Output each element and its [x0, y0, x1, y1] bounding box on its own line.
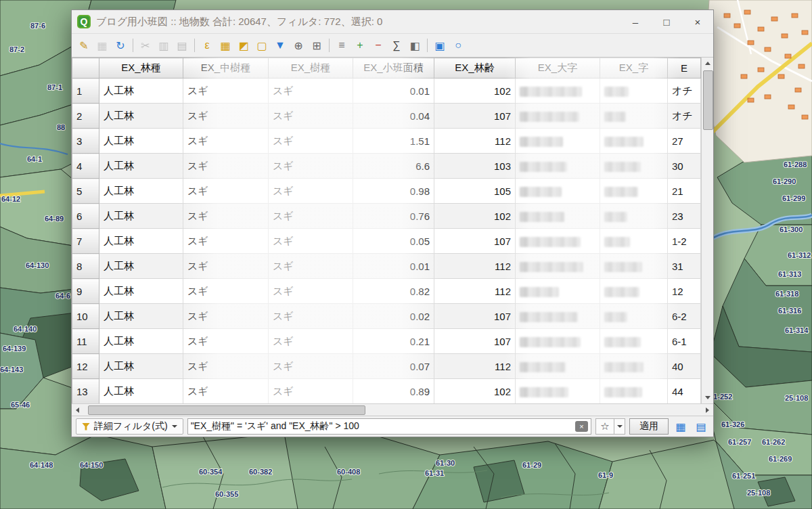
cell[interactable]: スギ — [183, 79, 269, 104]
cell[interactable] — [600, 79, 668, 104]
cell[interactable]: 21 — [668, 179, 701, 204]
cell[interactable] — [516, 229, 600, 254]
horizontal-scrollbar[interactable] — [72, 403, 713, 416]
cell[interactable]: 0.04 — [353, 104, 434, 129]
cell[interactable] — [516, 304, 600, 329]
scroll-down-icon[interactable] — [702, 392, 713, 403]
cell[interactable]: 107 — [434, 304, 516, 329]
cell[interactable]: スギ — [183, 254, 269, 279]
column-header-5[interactable]: EX_林齢 — [434, 58, 516, 79]
scroll-left-icon[interactable] — [72, 404, 83, 416]
row-number[interactable]: 2 — [72, 104, 99, 129]
row-number[interactable]: 5 — [72, 179, 99, 204]
cell[interactable]: スギ — [269, 329, 353, 354]
cell[interactable]: 人工林 — [99, 179, 183, 204]
cell[interactable]: 人工林 — [99, 304, 183, 329]
column-header-6[interactable]: EX_大字 — [516, 58, 600, 79]
cell[interactable]: スギ — [269, 129, 353, 154]
cell[interactable]: 0.05 — [353, 229, 434, 254]
cell[interactable]: スギ — [269, 254, 353, 279]
corner-header[interactable] — [72, 58, 99, 79]
row-number[interactable]: 4 — [72, 154, 99, 179]
cut-features-icon[interactable]: ✂ — [137, 37, 154, 53]
cell[interactable]: 112 — [434, 279, 516, 304]
cell[interactable] — [600, 379, 668, 404]
cell[interactable]: 0.76 — [353, 204, 434, 229]
cell[interactable]: スギ — [183, 129, 269, 154]
cell[interactable]: 人工林 — [99, 204, 183, 229]
cell[interactable]: 105 — [434, 179, 516, 204]
cell[interactable]: 6-1 — [668, 329, 701, 354]
delete-field-icon[interactable]: − — [370, 37, 386, 53]
column-header-3[interactable]: EX_樹種 — [269, 58, 353, 79]
clear-expression-icon[interactable]: × — [575, 421, 588, 432]
toggle-editing-icon[interactable]: ✎ — [76, 37, 92, 53]
cell[interactable] — [600, 279, 668, 304]
reload-table-icon[interactable]: ↻ — [112, 37, 129, 53]
cell[interactable] — [516, 129, 600, 154]
column-header-7[interactable]: EX_字 — [600, 58, 668, 79]
row-number[interactable]: 12 — [72, 354, 99, 379]
cell[interactable]: 人工林 — [99, 279, 183, 304]
cell[interactable]: 12 — [668, 279, 701, 304]
cell[interactable] — [516, 254, 600, 279]
cell[interactable]: スギ — [183, 329, 269, 354]
expression-menu-caret[interactable] — [614, 418, 625, 435]
cell[interactable]: 31 — [668, 254, 701, 279]
cell[interactable]: スギ — [269, 354, 353, 379]
row-number[interactable]: 8 — [72, 254, 99, 279]
cell[interactable] — [516, 379, 600, 404]
cell[interactable]: スギ — [183, 229, 269, 254]
cell[interactable]: スギ — [269, 279, 353, 304]
column-header-4[interactable]: EX_小班面積 — [353, 58, 434, 79]
paste-features-icon[interactable]: ▤ — [174, 37, 190, 53]
cell[interactable]: スギ — [269, 229, 353, 254]
maximize-button[interactable]: □ — [651, 10, 682, 33]
close-button[interactable]: × — [682, 10, 713, 33]
move-selection-top-icon[interactable]: ≡ — [334, 37, 350, 53]
cell[interactable] — [516, 179, 600, 204]
column-header-2[interactable]: EX_中樹種 — [183, 58, 269, 79]
cell[interactable]: 112 — [434, 254, 516, 279]
select-all-icon[interactable]: ▦ — [217, 37, 233, 53]
apply-filter-button[interactable]: 適用 — [629, 418, 669, 435]
column-header-8[interactable]: E — [668, 58, 701, 79]
cell[interactable]: 6-2 — [668, 304, 701, 329]
cell[interactable]: 103 — [434, 154, 516, 179]
cell[interactable]: スギ — [183, 179, 269, 204]
scroll-right-icon[interactable] — [702, 404, 713, 416]
cell[interactable]: スギ — [183, 379, 269, 404]
cell[interactable]: 人工林 — [99, 154, 183, 179]
cell[interactable]: 102 — [434, 379, 516, 404]
cell[interactable]: 0.89 — [353, 379, 434, 404]
cell[interactable]: 6.6 — [353, 154, 434, 179]
cell[interactable] — [516, 204, 600, 229]
zoom-to-selection-icon[interactable]: ⊕ — [290, 37, 307, 53]
cell[interactable]: 人工林 — [99, 354, 183, 379]
invert-selection-icon[interactable]: ◩ — [235, 37, 252, 53]
row-number[interactable]: 10 — [72, 304, 99, 329]
save-edits-icon[interactable]: ▦ — [94, 37, 110, 53]
new-field-icon[interactable]: + — [352, 37, 368, 53]
search-icon[interactable]: ○ — [450, 37, 466, 53]
cell[interactable] — [600, 104, 668, 129]
deselect-all-icon[interactable]: ▢ — [254, 37, 270, 53]
row-number[interactable]: 11 — [72, 329, 99, 354]
horizontal-scroll-thumb[interactable] — [88, 405, 365, 415]
cell[interactable]: 人工林 — [99, 104, 183, 129]
cell[interactable]: 40 — [668, 354, 701, 379]
scroll-up-icon[interactable] — [702, 58, 713, 69]
table-settings-icon[interactable]: ▤ — [693, 419, 709, 434]
cell[interactable]: 0.01 — [353, 254, 434, 279]
cell[interactable]: スギ — [183, 204, 269, 229]
row-number[interactable]: 6 — [72, 204, 99, 229]
cell[interactable]: 人工林 — [99, 129, 183, 154]
titlebar[interactable]: Q ブログ用小班図 :: 地物数 合計: 20647、フィルタ: 772、選択:… — [72, 10, 713, 33]
cell[interactable] — [516, 154, 600, 179]
cell[interactable] — [600, 179, 668, 204]
filter-expression-text[interactable]: "EX_樹種" = 'スギ' and "EX_林齢" > 100 — [191, 420, 572, 433]
cell[interactable] — [600, 204, 668, 229]
cell[interactable]: 23 — [668, 204, 701, 229]
cell[interactable] — [516, 104, 600, 129]
cell[interactable] — [516, 279, 600, 304]
